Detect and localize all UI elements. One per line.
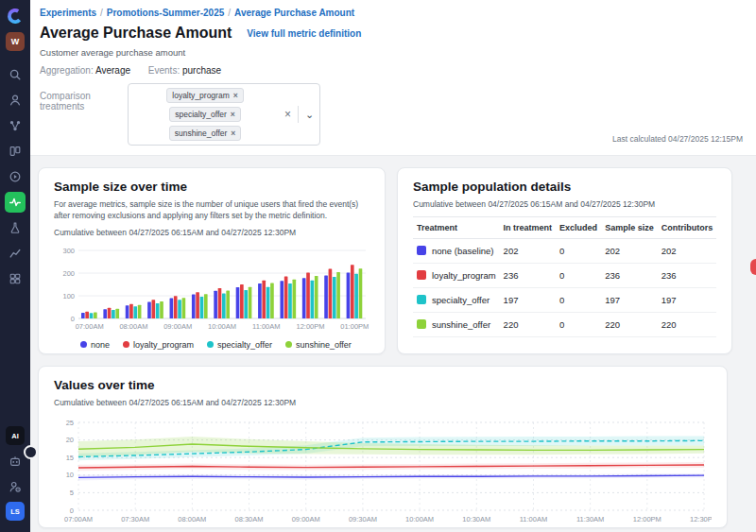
sidebar-item-workspace-ls[interactable]: LS	[6, 502, 25, 521]
in-treatment-cell: 202	[500, 239, 557, 264]
in-treatment-cell: 236	[500, 264, 557, 288]
legend-item: specialty_offer	[207, 340, 272, 350]
svg-text:01:00PM: 01:00PM	[340, 322, 369, 331]
card-range: Cumulative between 04/27/2025 06:15AM an…	[54, 398, 712, 407]
treatment-chip[interactable]: loyalty_program×	[166, 88, 243, 103]
select-divider	[298, 106, 299, 123]
legend-dot	[80, 341, 87, 348]
treatment-swatch	[417, 246, 426, 255]
sidebar-item-experiments[interactable]	[5, 192, 26, 213]
treatment-chip-label: loyalty_program	[172, 91, 229, 100]
svg-text:11:30AM: 11:30AM	[576, 515, 604, 523]
svg-text:0: 0	[71, 314, 75, 322]
user-icon	[9, 94, 22, 107]
sidebar-item-account[interactable]	[5, 476, 26, 497]
breadcrumb-link[interactable]: Experiments	[40, 8, 96, 18]
sidebar-item-metrics[interactable]	[5, 243, 26, 264]
treatment-chip[interactable]: sunshine_offer×	[169, 126, 242, 141]
svg-text:09:30AM: 09:30AM	[349, 515, 377, 523]
breadcrumb-link[interactable]: Promotions-Summer-2025	[107, 8, 224, 18]
play-icon	[9, 170, 22, 183]
sidebar-item-bot-console[interactable]	[5, 451, 26, 472]
last-calculated: Last calculated 04/27/2025 12:15PM	[612, 134, 743, 144]
svg-text:0: 0	[70, 506, 74, 515]
treatment-chip-label: specialty_offer	[175, 110, 227, 119]
flask-icon	[9, 221, 22, 234]
chip-remove-icon[interactable]: ×	[231, 110, 235, 119]
assistant-handle[interactable]	[24, 445, 38, 459]
svg-text:12:30PM: 12:30PM	[690, 515, 712, 523]
sidebar-item-holdouts[interactable]	[5, 217, 26, 238]
sidebar-item-ai-assistant[interactable]: AI	[6, 426, 25, 445]
workspace-badge[interactable]: W	[6, 32, 25, 51]
main-area: Experiments/Promotions-Summer-2025/Avera…	[30, 0, 756, 532]
sidebar-item-feature-gates[interactable]	[5, 141, 26, 162]
user-gear-icon	[9, 480, 22, 493]
treatment-cell: specialty_offer	[413, 288, 500, 313]
treatment-chip-label: sunshine_offer	[175, 129, 228, 138]
treatment-chip[interactable]: specialty_offer×	[169, 107, 241, 122]
svg-text:5: 5	[70, 489, 74, 497]
svg-text:07:00AM: 07:00AM	[76, 322, 104, 331]
table-row[interactable]: sunshine_offer2200220220	[413, 313, 716, 337]
statsig-logo-icon	[7, 8, 24, 25]
breadcrumb: Experiments/Promotions-Summer-2025/Avera…	[40, 8, 743, 18]
legend-dot	[285, 341, 292, 348]
sample-size-cell: 197	[601, 288, 658, 313]
app-logo[interactable]	[6, 7, 25, 26]
sidebar-item-segments[interactable]	[5, 115, 26, 136]
card-title: Sample size over time	[54, 180, 369, 194]
card-range: Cumulative between 04/27/2025 06:15AM an…	[54, 228, 369, 237]
svg-text:08:00AM: 08:00AM	[178, 515, 206, 523]
card-description: For average metrics, sample size is the …	[54, 199, 366, 222]
excluded-cell: 0	[556, 313, 601, 337]
legend-label: specialty_offer	[217, 340, 272, 350]
chip-remove-icon[interactable]: ×	[231, 129, 235, 138]
table-row[interactable]: loyalty_program2360236236	[413, 264, 716, 288]
svg-text:09:00AM: 09:00AM	[163, 322, 192, 331]
table-row[interactable]: none (baseline)2020202202	[413, 239, 716, 264]
sample-size-card: Sample size over time For average metric…	[38, 167, 386, 354]
chart-icon	[9, 247, 22, 260]
treatment-cell: sunshine_offer	[413, 313, 500, 337]
column-header: Sample size	[601, 217, 658, 239]
svg-text:10:30AM: 10:30AM	[462, 515, 490, 523]
legend-item: loyalty_program	[123, 340, 194, 350]
grid-icon	[9, 272, 22, 285]
chevron-down-icon[interactable]: ⌄	[305, 109, 314, 121]
sidebar-item-dynamic-config[interactable]	[5, 166, 26, 187]
svg-text:10: 10	[66, 471, 74, 479]
metric-definition-link[interactable]: View full metric definition	[247, 28, 361, 39]
sidebar-item-users[interactable]	[5, 90, 26, 111]
clear-selection-icon[interactable]: ×	[284, 108, 291, 121]
sidebar-nav	[5, 64, 26, 294]
svg-text:07:00AM: 07:00AM	[64, 515, 93, 523]
chip-remove-icon[interactable]: ×	[233, 91, 238, 100]
svg-text:08:00AM: 08:00AM	[119, 322, 147, 331]
svg-text:09:00AM: 09:00AM	[292, 515, 320, 523]
card-range: Cumulative between 04/27/2025 06:15AM an…	[413, 199, 716, 209]
svg-text:200: 200	[62, 268, 75, 277]
events-label: Events:	[148, 65, 180, 76]
breadcrumb-link[interactable]: Average Purchase Amount	[234, 8, 354, 18]
treatments-select[interactable]: loyalty_program×specialty_offer×sunshine…	[128, 83, 320, 146]
sidebar-item-layers[interactable]	[5, 268, 26, 289]
aggregation-row: Aggregation: Average Events: purchase	[40, 65, 743, 76]
svg-text:12:00PM: 12:00PM	[297, 322, 325, 331]
events-value: purchase	[182, 65, 221, 76]
svg-text:15: 15	[66, 454, 74, 462]
sidebar-item-search[interactable]	[5, 64, 26, 85]
treatment-swatch	[417, 319, 426, 329]
breadcrumb-separator: /	[100, 8, 103, 18]
treatment-cell: none (baseline)	[413, 239, 500, 264]
chart-legend: noneloyalty_programspecialty_offersunshi…	[80, 340, 369, 350]
sample-size-cell: 202	[601, 239, 658, 264]
contributors-cell: 202	[658, 239, 717, 264]
page-header: Experiments/Promotions-Summer-2025/Avera…	[30, 0, 756, 156]
table-row[interactable]: specialty_offer1970197197	[413, 288, 716, 313]
contributors-cell: 236	[658, 264, 717, 288]
card-title: Sample population details	[413, 180, 716, 194]
breadcrumb-separator: /	[228, 8, 231, 18]
aggregation-label: Aggregation:	[40, 65, 94, 76]
side-panel-notch[interactable]	[750, 259, 756, 275]
